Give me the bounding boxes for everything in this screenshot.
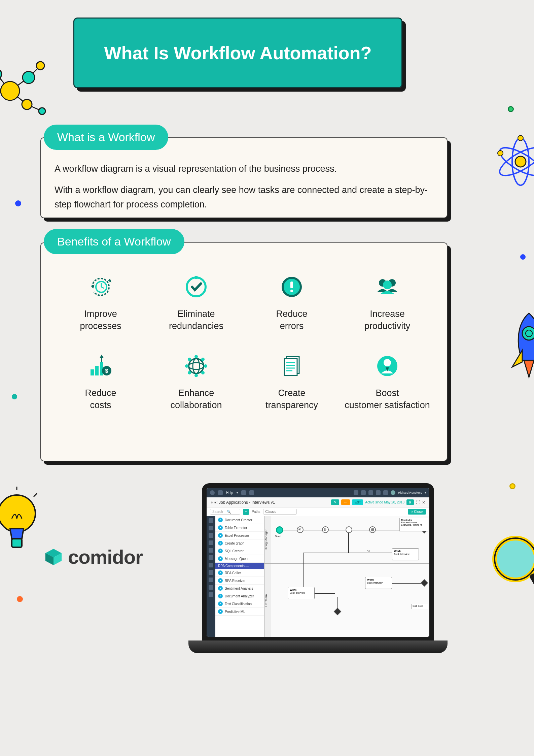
sidebar-icon[interactable] (209, 563, 213, 567)
sidebar-icon[interactable] (209, 585, 213, 590)
section1-pill: What is a Workflow (44, 125, 168, 150)
panel-item[interactable]: •Document Analyzer (215, 592, 264, 600)
deco-dot (12, 394, 17, 399)
edit-button[interactable]: ✎ (331, 499, 339, 505)
panel-item[interactable]: •Create graph (215, 539, 264, 547)
gear-icon[interactable] (383, 490, 388, 495)
panel-item[interactable]: •Message Queue (215, 555, 264, 563)
panel-header[interactable]: RPA Components — (215, 563, 264, 569)
sidebar-icon[interactable] (209, 578, 213, 582)
sidebar-icon[interactable] (209, 533, 213, 538)
sidebar-icon[interactable] (209, 592, 213, 597)
svg-line-22 (34, 493, 37, 497)
panel-item[interactable]: •SQL Creator (215, 547, 264, 555)
panel-item[interactable]: •Document Creator (215, 516, 264, 524)
benefit-label: Reducecosts (85, 387, 116, 412)
benefit-label: Boostcustomer satisfaction (345, 387, 430, 412)
expand-icon[interactable] (241, 490, 246, 495)
panel-item[interactable]: •Text Classification (215, 600, 264, 608)
copy-button[interactable]: ⎘ (406, 499, 414, 505)
action-button[interactable]: ⋯ (341, 499, 350, 505)
svg-text:$: $ (105, 368, 108, 374)
paths-select[interactable]: Classic (263, 509, 297, 515)
task-node[interactable]: WorkBook Interview (288, 587, 315, 599)
svg-point-7 (23, 71, 35, 84)
svg-point-60 (201, 371, 205, 374)
svg-point-54 (194, 374, 198, 377)
deco-dot (520, 254, 526, 260)
doc-node[interactable]: ▤ (369, 526, 376, 533)
benefit-label: Eliminateredundancies (169, 308, 223, 332)
add-button[interactable]: + (243, 509, 249, 515)
sidebar-icon[interactable] (209, 540, 213, 545)
panel-item[interactable]: •RPA Receiver (215, 577, 264, 585)
components-panel: •Document Creator•Table Extractor•Excel … (215, 516, 264, 637)
workflow-titlebar: HR: Job Applications - Interviews v1 ✎ ⋯… (207, 497, 429, 507)
sidebar-icon[interactable] (209, 526, 213, 530)
svg-point-17 (518, 135, 523, 141)
lightbulb-decoration (0, 487, 44, 554)
workflow-toolbar: Search 🔍 + Paths Classic × Close (207, 507, 429, 516)
checkmark-circle-icon (183, 273, 210, 300)
svg-rect-35 (195, 276, 198, 279)
task-node[interactable]: WorkBook Interview (365, 577, 392, 589)
gateway-node[interactable] (421, 579, 428, 587)
section2-pill: Benefits of a Workflow (44, 229, 184, 254)
username[interactable]: Richard Renekels (398, 491, 422, 494)
deco-dot (508, 106, 514, 112)
svg-rect-44 (95, 366, 99, 375)
document-icon (278, 353, 305, 380)
bell-icon[interactable] (354, 490, 358, 495)
mail-icon[interactable] (361, 490, 366, 495)
svg-point-23 (0, 495, 35, 532)
lane-label: HR Team (264, 563, 271, 637)
panel-item[interactable]: •RPA Caller (215, 569, 264, 577)
paths-label: Paths (252, 510, 260, 514)
menu-icon[interactable] (218, 490, 223, 495)
workflow-canvas[interactable]: Hiring Manager HR Team Start ✉ ⚙ ▤ (264, 516, 429, 637)
start-node[interactable] (276, 526, 283, 534)
svg-point-52 (193, 359, 200, 373)
search-input[interactable]: Search 🔍 (210, 509, 240, 515)
mail-node[interactable]: ✉ (297, 526, 304, 533)
close-icon[interactable]: ✕ (422, 500, 425, 505)
app-screen: Help ▾ Richard Renekels ▾ HR: Job Applic… (207, 488, 429, 637)
edit-label-button[interactable]: Edit (352, 499, 363, 505)
sidebar-icon[interactable] (209, 555, 213, 560)
panel-item[interactable]: •Sentiment Analysis (215, 585, 264, 592)
close-button[interactable]: × Close (408, 509, 426, 515)
comidor-cube-icon (44, 547, 63, 567)
panel-item[interactable]: •Predictive ML (215, 608, 264, 616)
fullscreen-icon[interactable]: ⛶ (416, 500, 420, 505)
panel-item[interactable]: •Excel Processor (215, 532, 264, 539)
svg-point-59 (188, 371, 191, 374)
molecule-decoration (0, 61, 57, 121)
page-title: What Is Workflow Automation? (104, 42, 372, 63)
gear-node[interactable]: ⚙ (322, 526, 329, 533)
task-node[interactable]: WorkBook Interview (392, 548, 419, 560)
help-menu[interactable]: Help (226, 491, 233, 495)
process-node[interactable] (346, 526, 352, 533)
sidebar-icon[interactable] (209, 570, 213, 575)
benefit-item: Createtransparency (249, 353, 334, 412)
section1-paragraph: With a workflow diagram, you can clearly… (55, 183, 433, 212)
benefit-label: Createtransparency (265, 387, 318, 412)
search-icon[interactable] (249, 490, 254, 495)
avatar[interactable] (391, 490, 395, 495)
svg-point-10 (39, 108, 45, 114)
benefit-label: Increaseproductivity (364, 308, 411, 332)
logo-text: comidor (68, 546, 143, 568)
benefit-item: Enhancecollaboration (153, 353, 239, 412)
benefit-label: Reduceerrors (276, 308, 307, 332)
rocket-decoration (504, 310, 534, 381)
sidebar-icon[interactable] (209, 548, 213, 553)
sidebar-icon[interactable] (209, 518, 213, 523)
svg-point-14 (515, 156, 526, 167)
clock-cycle-icon (87, 273, 114, 300)
benefit-item: Improveprocesses (58, 273, 143, 332)
app-logo-icon (210, 490, 215, 495)
task-icon[interactable] (376, 490, 381, 495)
calendar-icon[interactable] (368, 490, 373, 495)
panel-item[interactable]: •Table Extractor (215, 524, 264, 532)
svg-marker-33 (108, 278, 111, 283)
